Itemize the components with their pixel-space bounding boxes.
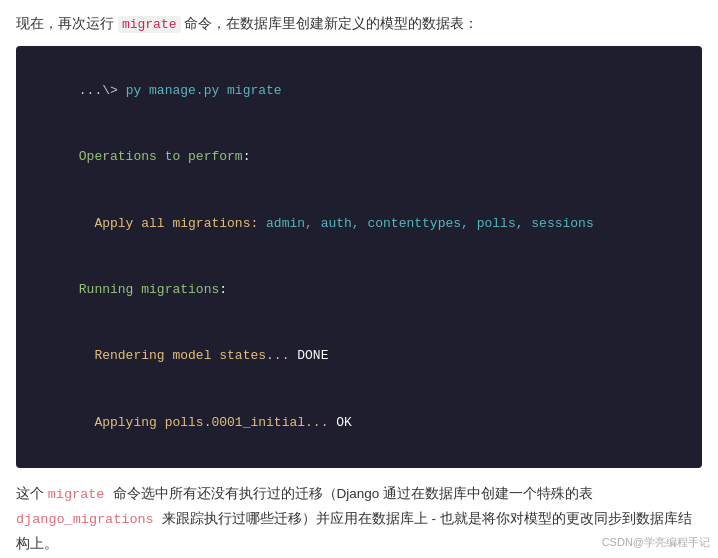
code-line-2: Operations to perform: [32, 124, 686, 190]
code-line-6: Applying polls.0001_initial... OK [32, 390, 686, 456]
para1-cmd1: migrate [48, 487, 113, 502]
code-line-5: Rendering model states... DONE [32, 323, 686, 389]
watermark: CSDN@学亮编程手记 [602, 535, 710, 550]
ops-label: Operations to perform [79, 149, 243, 164]
code-block: ...\> py manage.py migrate Operations to… [16, 46, 702, 468]
intro-cmd: migrate [118, 16, 181, 33]
running-label: Running migrations [79, 282, 219, 297]
code-command: py manage.py migrate [118, 83, 282, 98]
running-colon: : [219, 282, 227, 297]
intro-text-after: 命令，在数据库里创建新定义的模型的数据表： [184, 15, 478, 31]
apply-label: Apply all migrations: [79, 216, 266, 231]
para1-cmd2: django_migrations [16, 512, 162, 527]
code-line-3: Apply all migrations: admin, auth, conte… [32, 191, 686, 257]
code-line-1: ...\> py manage.py migrate [32, 58, 686, 124]
code-prompt: ...\> [79, 83, 118, 98]
rendering-label: Rendering model states... [79, 348, 290, 363]
done-label: DONE [289, 348, 328, 363]
page-container: 现在，再次运行 migrate 命令，在数据库里创建新定义的模型的数据表： ..… [0, 0, 718, 558]
code-line-4: Running migrations: [32, 257, 686, 323]
migrations-list: admin, auth, contenttypes, polls, sessio… [266, 216, 594, 231]
intro-text-before: 现在，再次运行 [16, 15, 114, 31]
para1: 这个 migrate 命令选中所有还没有执行过的迁移（Django 通过在数据库… [16, 482, 702, 557]
intro-paragraph: 现在，再次运行 migrate 命令，在数据库里创建新定义的模型的数据表： [16, 12, 702, 36]
applying-label: Applying polls.0001_initial... [79, 415, 329, 430]
para1-text1: 这个 [16, 486, 44, 501]
ops-colon: : [243, 149, 251, 164]
ok-label: OK [328, 415, 351, 430]
watermark-text: CSDN@学亮编程手记 [602, 536, 710, 548]
para1-text2: 命令选中所有还没有执行过的迁移（Django 通过在数据库中创建一个特殊的表 [113, 486, 594, 501]
